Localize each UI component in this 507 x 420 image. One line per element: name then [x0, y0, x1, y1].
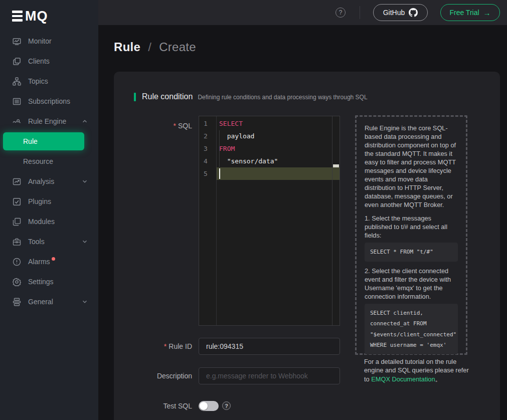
- line-number: 1: [204, 117, 214, 130]
- github-button-label: GitHub: [383, 9, 405, 17]
- test-sql-label: Test SQL: [114, 397, 192, 414]
- arrow-right-icon: →: [483, 9, 491, 17]
- editor-cursor: [219, 168, 220, 179]
- chevron-up-icon: [82, 117, 87, 125]
- sql-label: *SQL: [114, 120, 192, 132]
- chevron-down-icon: [82, 177, 87, 185]
- rule-engine-help-panel: Rule Engine is the core SQL-based data p…: [355, 115, 467, 355]
- description-label: Description: [114, 367, 192, 384]
- rule-id-input[interactable]: [199, 338, 340, 355]
- sidebar-item-label: Topics: [28, 77, 48, 85]
- help-example2-code: SELECT clientid, connected_at FROM "$eve…: [365, 304, 458, 355]
- sidebar-item-rule[interactable]: Rule: [3, 132, 84, 150]
- sidebar-item-label: Rule Engine: [28, 117, 66, 125]
- line-number: 5: [204, 167, 214, 180]
- analysis-icon: [13, 177, 21, 186]
- sidebar-item-label: Analysis: [28, 177, 54, 185]
- free-trial-label: Free Trial: [449, 9, 479, 17]
- sidebar-item-general[interactable]: General: [0, 292, 98, 312]
- line-content: SELECT: [219, 117, 331, 130]
- sidebar-item-label: Tools: [28, 238, 45, 246]
- editor-scrollbar-thumb[interactable]: [333, 164, 339, 167]
- sidebar-item-label: Plugins: [28, 197, 51, 205]
- chevron-down-icon: [82, 298, 87, 306]
- test-sql-help-icon[interactable]: ?: [222, 401, 231, 410]
- help-example1-label: 1. Select the messages published to t/# …: [365, 214, 458, 240]
- section-subtitle: Defining rule conditions and data proces…: [198, 94, 367, 101]
- sql-editor[interactable]: 1SELECT2 payload3FROM4 "sensor/data"5: [199, 116, 340, 326]
- emq-logo-text: MQ: [25, 10, 48, 23]
- line-content: payload: [219, 130, 331, 142]
- rule-id-label: *Rule ID: [114, 338, 192, 355]
- line-number: 3: [204, 142, 214, 155]
- sidebar-item-label: Subscriptions: [28, 97, 70, 105]
- sidebar-item-tools[interactable]: Tools: [0, 232, 98, 252]
- editor-line: 1SELECT: [199, 117, 340, 130]
- sidebar-item-plugins[interactable]: Plugins: [0, 191, 98, 212]
- sidebar-item-monitor[interactable]: Monitor: [0, 31, 98, 51]
- sidebar-item-label: Settings: [28, 278, 54, 286]
- sidebar-item-label: Monitor: [28, 37, 52, 45]
- alarm-badge: [52, 257, 55, 261]
- breadcrumb: Rule / Create: [114, 40, 196, 54]
- clients-icon: [13, 57, 21, 66]
- sidebar-item-subscriptions[interactable]: Subscriptions: [0, 91, 98, 111]
- section-title: Rule condition: [142, 92, 193, 101]
- toggle-knob: [200, 402, 208, 410]
- sidebar-item-settings[interactable]: Settings: [0, 272, 98, 292]
- emqx-documentation-link[interactable]: EMQX Documentation: [371, 375, 435, 383]
- help-example1-code: SELECT * FROM "t/#": [365, 243, 458, 261]
- rule-engine-icon: [13, 117, 21, 126]
- breadcrumb-separator: /: [148, 40, 151, 54]
- topics-icon: [13, 77, 21, 86]
- sidebar-item-rule-engine[interactable]: Rule Engine: [0, 111, 98, 131]
- editor-line: 5: [199, 167, 340, 180]
- help-intro: Rule Engine is the core SQL-based data p…: [365, 124, 458, 209]
- sidebar-item-alarms[interactable]: Alarms: [0, 252, 98, 272]
- sidebar-nav: MonitorClientsTopicsSubscriptionsRule En…: [0, 25, 98, 312]
- settings-icon: [13, 278, 21, 286]
- alarms-icon: [13, 258, 21, 266]
- accent-bar: [134, 93, 136, 101]
- rule-create-card: Rule condition Defining rule conditions …: [114, 72, 500, 420]
- topbar: ? GitHub Free Trial →: [98, 0, 507, 25]
- line-content: FROM: [219, 142, 331, 155]
- github-button[interactable]: GitHub: [373, 4, 428, 21]
- help-footer-suffix: 。: [435, 375, 442, 383]
- general-icon: [13, 298, 21, 306]
- emq-logo[interactable]: MQ: [0, 0, 98, 25]
- description-input[interactable]: [199, 367, 340, 384]
- required-marker: *: [174, 122, 176, 130]
- sidebar-item-label: Clients: [28, 57, 50, 65]
- free-trial-button[interactable]: Free Trial →: [440, 4, 500, 21]
- main-content: Rule / Create Rule condition Defining ru…: [98, 25, 507, 420]
- emq-logo-bars-icon: [12, 11, 23, 22]
- sidebar-item-label: Alarms: [28, 258, 50, 266]
- help-footer: For a detailed tutorial on the rule engi…: [364, 357, 470, 383]
- sidebar-item-analysis[interactable]: Analysis: [0, 171, 98, 191]
- help-icon[interactable]: ?: [335, 8, 346, 18]
- line-number: 4: [204, 155, 214, 167]
- help-example2-label: 2. Select the client connected event and…: [365, 267, 458, 301]
- editor-line: 4 "sensor/data": [199, 155, 340, 167]
- sidebar-item-label: Resource: [23, 157, 53, 165]
- topbar-divider: [360, 6, 360, 19]
- test-sql-toggle[interactable]: [199, 401, 219, 411]
- section-header: Rule condition Defining rule conditions …: [134, 92, 368, 101]
- breadcrumb-create: Create: [159, 40, 196, 54]
- tools-icon: [13, 238, 21, 246]
- sidebar-item-clients[interactable]: Clients: [0, 51, 98, 71]
- sidebar-item-topics[interactable]: Topics: [0, 71, 98, 91]
- sidebar: MQ MonitorClientsTopicsSubscriptionsRule…: [0, 0, 98, 420]
- editor-line: 3FROM: [199, 142, 340, 155]
- breadcrumb-rule[interactable]: Rule: [114, 40, 140, 54]
- modules-icon: [13, 218, 21, 226]
- sidebar-item-modules[interactable]: Modules: [0, 212, 98, 232]
- required-marker: *: [164, 342, 166, 350]
- editor-line: 2 payload: [199, 130, 340, 142]
- plugins-icon: [13, 197, 21, 206]
- line-content: "sensor/data": [219, 155, 331, 167]
- sidebar-item-resource[interactable]: Resource: [0, 151, 98, 171]
- subscriptions-icon: [13, 97, 21, 106]
- line-number: 2: [204, 130, 214, 142]
